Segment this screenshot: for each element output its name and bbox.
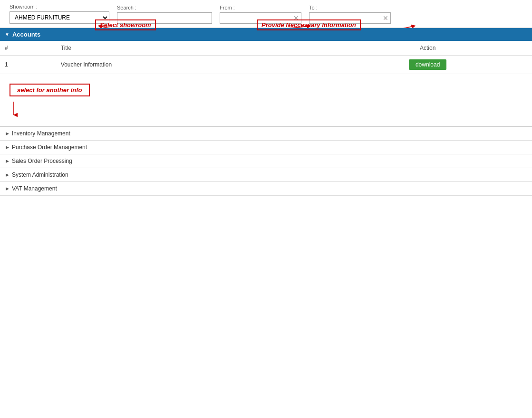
to-date-wrapper: 07 / 31 / 2021 ✕ [309,12,391,24]
nav-arrow-icon: ▶ [6,159,9,163]
col-num: # [0,41,56,56]
main-table: # Title Action 1 Voucher Information dow… [0,41,532,74]
to-label: To : [309,5,391,10]
showroom-field-group: Showroom : AHMED FURNITURE [10,4,109,24]
from-field-group: From : 07 / 01 / 2021 ✕ [220,5,301,24]
bottom-annotation-area: select for another info [0,84,532,122]
from-date-clear-button[interactable]: ✕ [291,14,301,22]
nav-item[interactable]: ▶ VAT Management [0,182,532,196]
to-date-input[interactable]: 07 / 31 / 2021 [310,13,381,23]
nav-arrow-icon: ▶ [6,172,9,177]
col-action: Action [323,41,532,56]
section-header: ▼ Accounts [0,28,532,41]
cell-title: Voucher Information [56,56,323,74]
from-date-input[interactable]: 07 / 01 / 2021 [220,13,291,23]
nav-item-label: Purchase Order Management [12,144,87,151]
from-date-wrapper: 07 / 01 / 2021 ✕ [220,12,301,24]
search-field-group: Search : [117,5,212,24]
toolbar: Showroom : AHMED FURNITURE Search : From… [0,0,532,28]
main-table-container: # Title Action 1 Voucher Information dow… [0,41,532,74]
nav-item-label: Sales Order Processing [12,158,72,164]
table-header-row: # Title Action [0,41,532,56]
table-row: 1 Voucher Information download [0,56,532,74]
nav-arrow-icon: ▶ [6,131,9,136]
showroom-label: Showroom : [10,4,109,10]
nav-item[interactable]: ▶ System Administration [0,168,532,182]
nav-item[interactable]: ▶ Purchase Order Management [0,141,532,154]
to-date-clear-button[interactable]: ✕ [381,14,390,22]
nav-arrow-icon: ▶ [6,186,9,191]
search-label: Search : [117,5,212,10]
nav-item-label: System Administration [12,171,68,178]
cell-num: 1 [0,56,56,74]
nav-item[interactable]: ▶ Sales Order Processing [0,154,532,168]
nav-sections: ▶ Inventory Management ▶ Purchase Order … [0,126,532,196]
nav-item-label: VAT Management [12,185,57,192]
nav-item-label: Inventory Management [12,130,70,137]
from-label: From : [220,5,301,10]
nav-arrow-icon: ▶ [6,145,9,150]
select-another-annotation: select for another info [10,84,90,96]
search-input[interactable] [117,12,212,24]
download-button[interactable]: download [409,59,446,70]
nav-item[interactable]: ▶ Inventory Management [0,127,532,141]
section-title: Accounts [12,31,40,38]
cell-action: download [323,56,532,74]
showroom-select[interactable]: AHMED FURNITURE [10,11,109,24]
col-title: Title [56,41,323,56]
section-collapse-icon[interactable]: ▼ [5,32,10,37]
to-field-group: To : 07 / 31 / 2021 ✕ [309,5,391,24]
